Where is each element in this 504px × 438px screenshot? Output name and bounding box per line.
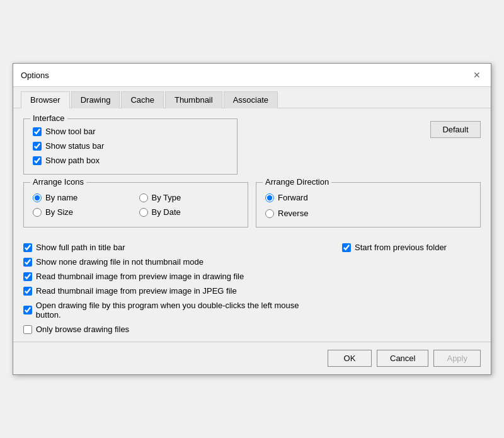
by-name-label: By name bbox=[45, 193, 77, 202]
show-none-row: Show none drawing file in not thumbnail … bbox=[23, 257, 323, 267]
show-pathbox-checkbox[interactable] bbox=[33, 156, 42, 165]
interface-group-label: Interface bbox=[30, 113, 67, 123]
full-path-row: Show full path in title bar bbox=[23, 243, 323, 252]
tab-associate[interactable]: Associate bbox=[224, 91, 278, 108]
arrange-direction-label: Arrange Direction bbox=[263, 177, 331, 187]
start-prev-label: Start from previous folder bbox=[355, 243, 447, 252]
top-row: Interface Show tool bar Show status bar … bbox=[23, 118, 481, 182]
show-none-checkbox[interactable] bbox=[23, 258, 32, 267]
show-statusbar-row: Show status bar bbox=[33, 141, 228, 151]
dialog-title: Options bbox=[21, 71, 49, 80]
by-type-row: By Type bbox=[139, 193, 239, 202]
forward-radio[interactable] bbox=[265, 193, 274, 202]
show-pathbox-row: Show path box bbox=[33, 156, 228, 165]
only-browse-checkbox[interactable] bbox=[23, 325, 32, 334]
default-button[interactable]: Default bbox=[430, 121, 481, 138]
tab-cache[interactable]: Cache bbox=[121, 91, 164, 108]
open-drawing-checkbox[interactable] bbox=[23, 306, 32, 314]
show-toolbar-checkbox[interactable] bbox=[33, 127, 42, 136]
ok-button[interactable]: OK bbox=[328, 350, 372, 367]
arrange-direction-options: Forward Reverse bbox=[265, 190, 471, 218]
bottom-left-options: Show full path in title bar Show none dr… bbox=[23, 243, 323, 334]
read-thumb-jpeg-checkbox[interactable] bbox=[23, 287, 32, 296]
arrange-section: Arrange Icons By name By Type By Size bbox=[23, 182, 481, 235]
show-pathbox-label: Show path box bbox=[45, 156, 100, 165]
reverse-row: Reverse bbox=[265, 209, 471, 218]
bottom-options: Show full path in title bar Show none dr… bbox=[23, 243, 481, 334]
arrange-direction-group: Arrange Direction Forward Reverse bbox=[256, 182, 481, 228]
full-path-label: Show full path in title bar bbox=[36, 243, 125, 252]
by-type-radio[interactable] bbox=[139, 193, 148, 202]
open-drawing-row: Open drawing file by this program when y… bbox=[23, 301, 323, 320]
by-date-row: By Date bbox=[139, 207, 239, 217]
read-thumb-drawing-row: Read thumbnail image from preview image … bbox=[23, 272, 323, 281]
full-path-checkbox[interactable] bbox=[23, 243, 32, 252]
read-thumb-jpeg-row: Read thumbnail image from preview image … bbox=[23, 286, 323, 296]
only-browse-label: Only browse drawing files bbox=[36, 325, 129, 334]
title-bar: Options ✕ bbox=[13, 64, 491, 87]
only-browse-row: Only browse drawing files bbox=[23, 325, 323, 334]
by-size-label: By Size bbox=[45, 207, 73, 217]
close-button[interactable]: ✕ bbox=[471, 69, 483, 81]
apply-button[interactable]: Apply bbox=[433, 350, 481, 367]
show-statusbar-label: Show status bar bbox=[45, 141, 104, 151]
reverse-label: Reverse bbox=[278, 209, 308, 218]
forward-label: Forward bbox=[278, 193, 308, 202]
bottom-right-options: Start from previous folder bbox=[342, 243, 481, 334]
dialog-content: Interface Show tool bar Show status bar … bbox=[13, 108, 491, 342]
by-date-radio[interactable] bbox=[139, 208, 148, 217]
by-name-row: By name bbox=[33, 193, 133, 202]
forward-row: Forward bbox=[265, 193, 471, 202]
arrange-icons-group: Arrange Icons By name By Type By Size bbox=[23, 182, 248, 228]
start-prev-checkbox[interactable] bbox=[342, 243, 351, 252]
options-dialog: Options ✕ Browser Drawing Cache Thumbnai… bbox=[13, 63, 491, 375]
arrange-icons-options: By name By Type By Size By Date bbox=[33, 190, 239, 217]
read-thumb-drawing-checkbox[interactable] bbox=[23, 272, 32, 281]
by-size-radio[interactable] bbox=[33, 208, 42, 217]
by-size-row: By Size bbox=[33, 207, 133, 217]
read-thumb-jpeg-label: Read thumbnail image from preview image … bbox=[36, 286, 237, 296]
tab-browser[interactable]: Browser bbox=[21, 91, 70, 108]
by-type-label: By Type bbox=[152, 193, 181, 202]
by-date-label: By Date bbox=[152, 207, 181, 217]
show-statusbar-checkbox[interactable] bbox=[33, 142, 42, 151]
start-prev-row: Start from previous folder bbox=[342, 243, 481, 252]
cancel-button[interactable]: Cancel bbox=[377, 350, 428, 367]
reverse-radio[interactable] bbox=[265, 209, 274, 218]
open-drawing-label: Open drawing file by this program when y… bbox=[36, 301, 323, 320]
tab-thumbnail[interactable]: Thumbnail bbox=[165, 91, 222, 108]
show-none-label: Show none drawing file in not thumbnail … bbox=[36, 257, 203, 267]
tab-drawing[interactable]: Drawing bbox=[71, 91, 120, 108]
show-toolbar-label: Show tool bar bbox=[45, 127, 96, 136]
tab-bar: Browser Drawing Cache Thumbnail Associat… bbox=[13, 87, 491, 108]
dialog-footer: OK Cancel Apply bbox=[13, 342, 491, 374]
arrange-icons-label: Arrange Icons bbox=[30, 177, 86, 187]
show-toolbar-row: Show tool bar bbox=[33, 127, 228, 136]
interface-group: Interface Show tool bar Show status bar … bbox=[23, 118, 238, 175]
by-name-radio[interactable] bbox=[33, 193, 42, 202]
read-thumb-drawing-label: Read thumbnail image from preview image … bbox=[36, 272, 244, 281]
